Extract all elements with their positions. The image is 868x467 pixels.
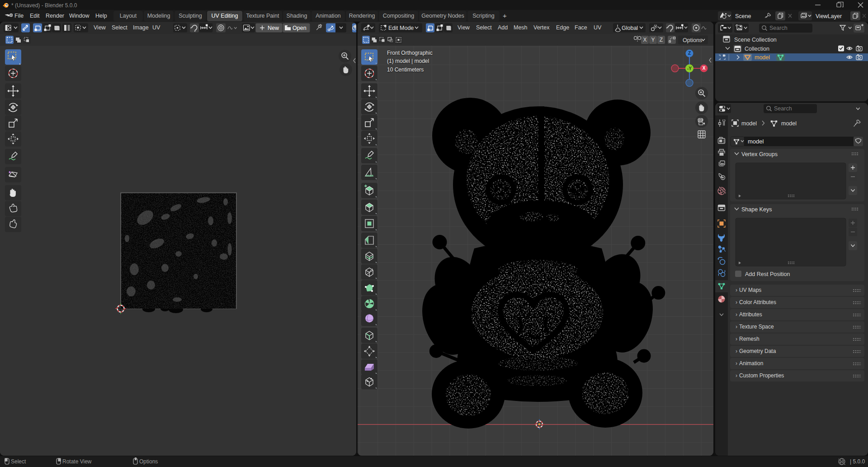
svg-text:Y: Y xyxy=(651,37,655,43)
svg-text:Options: Options xyxy=(683,37,702,43)
svg-text:Scene Collection: Scene Collection xyxy=(734,37,777,43)
svg-text:Search: Search xyxy=(774,105,792,112)
svg-text:model: model xyxy=(741,120,757,127)
svg-text:Edit Mode: Edit Mode xyxy=(388,25,414,31)
svg-text:Search: Search xyxy=(769,25,788,31)
svg-text:Z: Z xyxy=(660,37,663,43)
svg-text:Open: Open xyxy=(292,25,307,31)
svg-text:Add Rest Position: Add Rest Position xyxy=(745,271,790,277)
svg-text:New: New xyxy=(268,25,279,31)
svg-text:Global: Global xyxy=(622,25,638,31)
svg-text:X: X xyxy=(643,37,646,43)
svg-text:model: model xyxy=(781,120,797,127)
svg-text:Collection: Collection xyxy=(745,46,769,52)
svg-text:Scene: Scene xyxy=(735,13,751,19)
svg-text:model: model xyxy=(748,138,764,145)
svg-text:model: model xyxy=(755,54,770,61)
svg-text:Vertex Groups: Vertex Groups xyxy=(741,151,778,157)
svg-text:ViewLayer: ViewLayer xyxy=(816,13,842,19)
svg-text:Shape Keys: Shape Keys xyxy=(741,206,772,213)
svg-text:X: X xyxy=(703,66,706,71)
svg-text:Z: Z xyxy=(688,51,691,56)
svg-text:-Y: -Y xyxy=(687,66,692,71)
